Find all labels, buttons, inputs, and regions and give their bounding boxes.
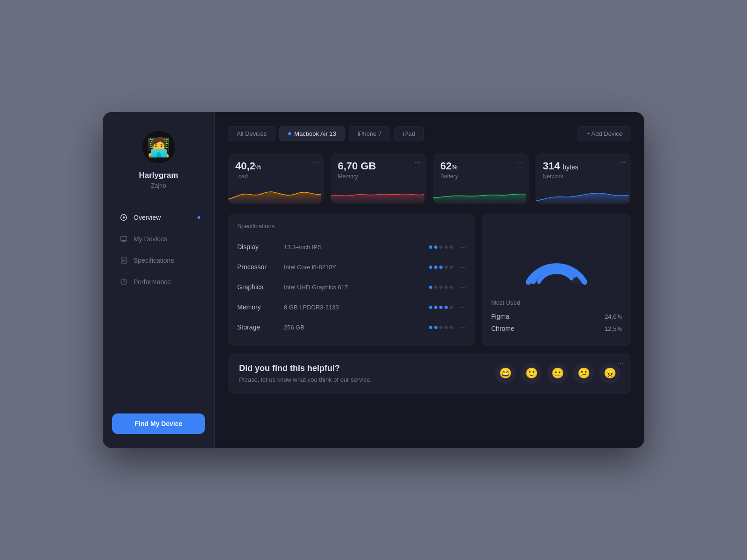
specs-title: Specifications (237, 223, 466, 230)
spec-dot (444, 306, 448, 309)
sidebar: 🧑‍💻 Harlygram Zajno Overview My Devices (103, 112, 215, 448)
sidebar-item-performance[interactable]: Performance (112, 272, 205, 292)
spec-dot (444, 326, 448, 329)
spec-dot (434, 326, 437, 329)
feedback-text: Did you find this helpful? Please, let u… (239, 364, 372, 383)
spec-dot (450, 286, 453, 289)
spec-dot (429, 266, 432, 269)
spec-graphics-name: Graphics (237, 283, 284, 291)
spec-storage-value: 256 GB (284, 324, 429, 331)
stat-memory-label: Memory (338, 173, 419, 180)
tab-macbook[interactable]: Macbook Air 13 (279, 126, 345, 141)
tab-active-dot (288, 132, 291, 135)
memory-chart (331, 183, 424, 204)
spec-dot (439, 286, 443, 289)
tab-ipad-label: iPad (403, 130, 415, 137)
stat-cards: ··· 40,2% Load ··· 6,70 GB (228, 153, 631, 204)
svg-rect-2 (121, 237, 127, 241)
spec-dot (429, 306, 432, 309)
spec-row-memory: Memory 8 GB LPDDR3-2133 ··· (237, 297, 466, 317)
spec-dot (434, 306, 437, 309)
spec-graphics-value: Intel UHD Graphics 617 (284, 284, 429, 291)
app-container: 🧑‍💻 Harlygram Zajno Overview My Devices (103, 112, 644, 448)
spec-display-menu[interactable]: ··· (460, 243, 466, 251)
stat-card-battery-menu[interactable]: ··· (517, 158, 523, 167)
stat-card-battery: ··· 62% Battery (433, 153, 529, 204)
spec-storage-menu[interactable]: ··· (460, 323, 466, 331)
overview-icon (120, 213, 128, 222)
usage-figma-pct: 24,0% (605, 313, 622, 320)
emoji-btn-2[interactable]: 🙂 (521, 363, 542, 384)
emoji-btn-3[interactable]: 😐 (547, 363, 568, 384)
spec-dot (434, 245, 437, 249)
feedback-menu[interactable]: ··· (618, 359, 624, 368)
stat-network-value: 314 bytes (543, 160, 624, 172)
user-subtitle: Zajno (151, 182, 166, 189)
feedback-card: ··· Did you find this helpful? Please, l… (228, 353, 631, 394)
most-used-title: Most Used (491, 299, 622, 306)
spec-memory-dots (429, 306, 453, 309)
add-device-tab[interactable]: + Add Device (578, 126, 631, 141)
stat-memory-value: 6,70 GB (338, 160, 419, 172)
spec-dot (450, 326, 453, 329)
avatar: 🧑‍💻 (142, 131, 175, 163)
usage-item-figma: Figma 24,0% (491, 313, 622, 320)
gauge-chart (519, 231, 594, 291)
spec-dot (439, 245, 443, 249)
spec-dot (444, 286, 448, 289)
most-used-card: Most Used Figma 24,0% Chrome 12,5% (482, 213, 631, 346)
svg-point-1 (123, 217, 125, 219)
spec-display-name: Display (237, 243, 284, 251)
svg-point-8 (123, 281, 125, 283)
spec-dot (450, 266, 453, 269)
tab-iphone[interactable]: iPhone 7 (349, 126, 390, 141)
spec-dot (429, 245, 432, 249)
spec-processor-dots (429, 266, 453, 269)
performance-label: Performance (134, 278, 171, 286)
spec-dot (444, 245, 448, 249)
device-tabs: All Devices Macbook Air 13 iPhone 7 iPad… (228, 126, 631, 141)
spec-graphics-menu[interactable]: ··· (460, 283, 466, 291)
spec-dot (439, 326, 443, 329)
spec-dot (450, 306, 453, 309)
tab-iphone-label: iPhone 7 (358, 130, 381, 137)
spec-dot (450, 245, 453, 249)
specs-icon (120, 256, 128, 265)
tab-ipad[interactable]: iPad (394, 126, 424, 141)
spec-display-value: 13.3–inch IPS (284, 244, 429, 251)
spec-dot (444, 266, 448, 269)
battery-chart (433, 183, 526, 204)
stat-battery-value: 62% (440, 160, 521, 172)
my-devices-label: My Devices (134, 235, 167, 243)
emoji-btn-5[interactable]: 😠 (599, 363, 620, 384)
load-chart (228, 183, 321, 204)
stat-network-label: Network (543, 173, 624, 180)
spec-row-display: Display 13.3–inch IPS ··· (237, 237, 466, 257)
stat-card-load: ··· 40,2% Load (228, 153, 324, 204)
sidebar-item-overview[interactable]: Overview (112, 208, 205, 227)
sidebar-item-specifications[interactable]: Specifications (112, 251, 205, 270)
emoji-btn-1[interactable]: 😄 (495, 363, 515, 384)
stat-card-network-menu[interactable]: ··· (620, 158, 626, 167)
spec-display-dots (429, 245, 453, 249)
tab-all-devices[interactable]: All Devices (228, 126, 275, 141)
emoji-btn-4[interactable]: 😕 (573, 363, 594, 384)
spec-processor-menu[interactable]: ··· (460, 263, 466, 271)
spec-graphics-dots (429, 286, 453, 289)
sidebar-nav: Overview My Devices Specifications (103, 208, 214, 413)
bottom-grid: Specifications Display 13.3–inch IPS ···… (228, 213, 631, 346)
sidebar-item-my-devices[interactable]: My Devices (112, 229, 205, 249)
spec-dot (434, 286, 437, 289)
stat-card-load-menu[interactable]: ··· (312, 158, 318, 167)
spec-memory-menu[interactable]: ··· (460, 303, 466, 311)
usage-figma-name: Figma (491, 313, 509, 320)
spec-processor-value: Intel Core i5-8210Y (284, 264, 429, 271)
stat-load-label: Load (235, 173, 317, 180)
stat-load-value: 40,2% (235, 160, 317, 172)
feedback-title: Did you find this helpful? (239, 364, 372, 373)
find-device-button[interactable]: Find My Device (112, 413, 205, 434)
usage-chrome-pct: 12,5% (605, 325, 622, 332)
stat-battery-label: Battery (440, 173, 521, 180)
spec-storage-dots (429, 326, 453, 329)
stat-card-memory-menu[interactable]: ··· (415, 158, 421, 167)
